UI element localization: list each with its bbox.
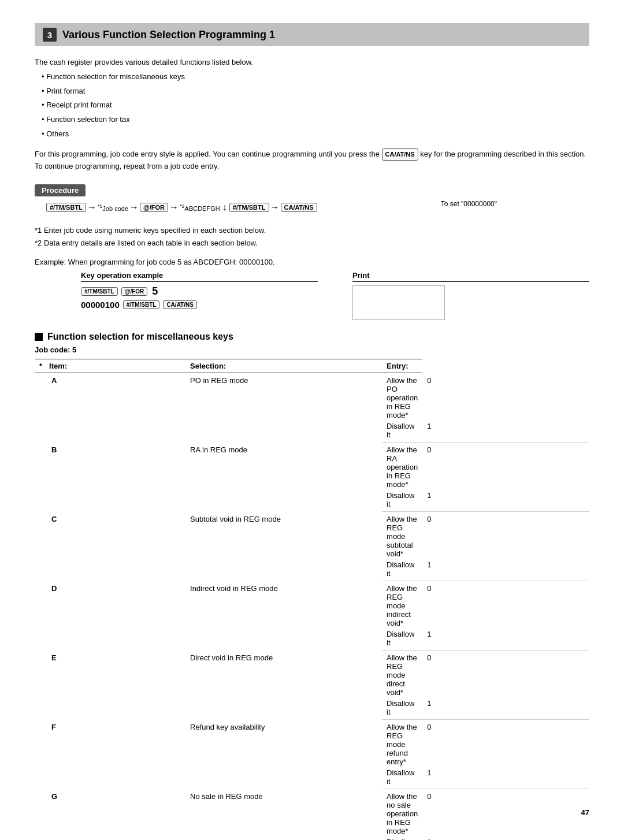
table-item-text: Refund key availability: [185, 720, 382, 789]
bullet-1: • Function selection for miscellaneous k…: [42, 71, 589, 83]
ex-key-ca-at-ns: CA/AT/NS: [163, 300, 196, 309]
table-item-text: Indirect void in REG mode: [185, 581, 382, 651]
table-star-col: [35, 512, 47, 581]
footnote-2: *2 Data entry details are listed on each…: [35, 237, 589, 250]
table-entry: 1: [422, 559, 589, 581]
flow-arrow-3: →: [169, 202, 179, 213]
flow-arrow-4: →: [270, 202, 280, 213]
table-selection: Disallow it: [382, 837, 422, 840]
flow-abcdefgh: *2ABCDEFGH: [180, 203, 220, 212]
ex-key-tm-sbtl-2: #/TM/SBTL: [123, 300, 160, 309]
table-entry: 0: [422, 720, 589, 768]
table-star-col: [35, 789, 47, 840]
print-col: Print: [352, 271, 589, 320]
ca-at-ns-key-inline: CA/AT/NS: [382, 148, 418, 161]
example-label: Example: When programming for job code 5…: [35, 258, 589, 266]
bullet-4: • Function selection for tax: [42, 114, 589, 126]
th-entry: Entry:: [382, 359, 422, 373]
print-box: [352, 285, 445, 320]
table-entry: 1: [422, 767, 589, 789]
ex-value-00000100: 00000100: [81, 300, 120, 310]
table-item-letter: F: [47, 720, 185, 789]
table-star-col: [35, 443, 47, 512]
table-item-letter: B: [47, 443, 185, 512]
table-star-col: [35, 720, 47, 789]
bullet-3: • Receipt print format: [42, 99, 589, 111]
table-selection: Disallow it: [382, 767, 422, 789]
black-square-icon: [35, 333, 43, 341]
intro-note: For this programming, job code entry sty…: [35, 148, 589, 173]
table-item-letter: A: [47, 373, 185, 443]
intro-note-text: For this programming, job code entry sty…: [35, 148, 589, 173]
key-op-table: Key operation example #/TM/SBTL @/FOR 5 …: [81, 271, 589, 320]
intro-block: The cash register provides various detai…: [35, 57, 589, 140]
table-item-text: Direct void in REG mode: [185, 651, 382, 720]
table-item-text: Subtotal void in REG mode: [185, 512, 382, 581]
table-item-text: PO in REG mode: [185, 373, 382, 443]
ex-key-tm-sbtl: #/TM/SBTL: [81, 287, 118, 296]
subsection-title: Function selection for miscellaneous key…: [47, 332, 233, 342]
table-star-col: [35, 581, 47, 651]
page-number: 47: [581, 808, 589, 817]
bullet-5: • Others: [42, 128, 589, 140]
table-entry: 0: [422, 651, 589, 698]
table-selection: Disallow it: [382, 421, 422, 443]
table-item-letter: E: [47, 651, 185, 720]
procedure-flow: #/TM/SBTL → *1Job code → @/FOR → *2ABCDE…: [46, 202, 589, 213]
table-entry: 1: [422, 421, 589, 443]
table-selection: Allow the REG mode refund entry*: [382, 720, 422, 768]
table-entry: 1: [422, 698, 589, 720]
section-title: Various Function Selection Programming 1: [62, 29, 275, 41]
th-selection: Selection:: [185, 359, 382, 373]
section-header: 3 Various Function Selection Programming…: [35, 23, 589, 46]
bullet-2: • Print format: [42, 86, 589, 98]
table-selection: Allow the REG mode direct void*: [382, 651, 422, 698]
flow-arrow-2: →: [129, 202, 139, 213]
footnote-1: *1 Enter job code using numeric keys spe…: [35, 224, 589, 237]
table-item-letter: D: [47, 581, 185, 651]
key-op-col: Key operation example #/TM/SBTL @/FOR 5 …: [81, 271, 318, 320]
table-entry: 1: [422, 629, 589, 651]
table-selection: Allow the no sale operation in REG mode*: [382, 789, 422, 837]
table-star-col: [35, 651, 47, 720]
intro-main-text: The cash register provides various detai…: [35, 57, 589, 69]
subsection-title-block: Function selection for miscellaneous key…: [35, 332, 589, 342]
table-entry: 1: [422, 490, 589, 512]
flow-arrow-down: ↓: [222, 202, 227, 213]
flow-key-ca-at-ns: CA/AT/NS: [281, 203, 317, 212]
ex-key-for: @/FOR: [121, 287, 148, 296]
flow-key-for: @/FOR: [140, 203, 168, 212]
ex-num-5: 5: [152, 285, 158, 298]
example-block: Example: When programming for job code 5…: [35, 258, 589, 320]
th-item: Item:: [47, 359, 185, 373]
table-selection: Allow the REG mode subtotal void*: [382, 512, 422, 560]
flow-key-tm-sbtl-2: #/TM/SBTL: [229, 203, 269, 212]
table-entry: 0: [422, 789, 589, 837]
table-entry: 1: [422, 837, 589, 840]
table-item-letter: C: [47, 512, 185, 581]
table-item-text: No sale in REG mode: [185, 789, 382, 840]
key-op-row-1: #/TM/SBTL @/FOR 5: [81, 285, 318, 298]
table-selection: Allow the PO operation in REG mode*: [382, 373, 422, 421]
table-entry: 0: [422, 581, 589, 629]
table-selection: Disallow it: [382, 490, 422, 512]
table-selection: Allow the RA operation in REG mode*: [382, 443, 422, 490]
function-table: * Item: Selection: Entry: APO in REG mod…: [35, 359, 589, 840]
key-op-row-2: 00000100 #/TM/SBTL CA/AT/NS: [81, 300, 318, 310]
table-selection: Allow the REG mode indirect void*: [382, 581, 422, 629]
table-item-text: RA in REG mode: [185, 443, 382, 512]
table-entry: 0: [422, 443, 589, 490]
key-op-header: Key operation example: [81, 271, 318, 282]
flow-key-tm-sbtl-1: #/TM/SBTL: [46, 203, 86, 212]
table-selection: Disallow it: [382, 698, 422, 720]
table-star-col: [35, 373, 47, 443]
flow-jobcode: *1Job code: [98, 203, 128, 212]
th-star: *: [35, 359, 47, 373]
table-selection: Disallow it: [382, 629, 422, 651]
footnotes: *1 Enter job code using numeric keys spe…: [35, 224, 589, 250]
table-selection: Disallow it: [382, 559, 422, 581]
table-item-letter: G: [47, 789, 185, 840]
job-code-line: Job code: 5: [35, 345, 589, 354]
procedure-label: Procedure: [35, 184, 86, 196]
section-number: 3: [43, 28, 57, 42]
